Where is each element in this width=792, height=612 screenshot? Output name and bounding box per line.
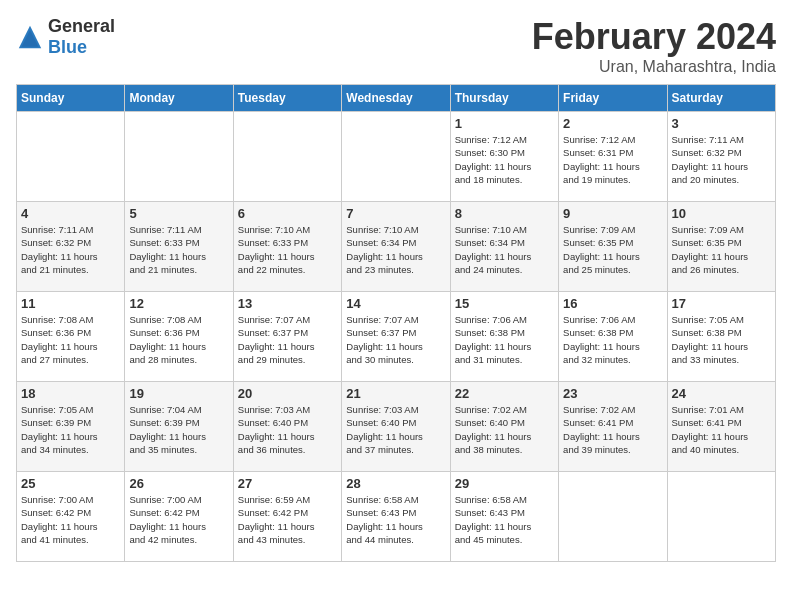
calendar-cell: 14Sunrise: 7:07 AMSunset: 6:37 PMDayligh… — [342, 292, 450, 382]
day-number: 2 — [563, 116, 662, 131]
day-info: Sunrise: 7:07 AMSunset: 6:37 PMDaylight:… — [346, 313, 445, 366]
logo-text: General Blue — [48, 16, 115, 58]
location-title: Uran, Maharashtra, India — [532, 58, 776, 76]
calendar-table: SundayMondayTuesdayWednesdayThursdayFrid… — [16, 84, 776, 562]
calendar-cell: 2Sunrise: 7:12 AMSunset: 6:31 PMDaylight… — [559, 112, 667, 202]
calendar-cell: 28Sunrise: 6:58 AMSunset: 6:43 PMDayligh… — [342, 472, 450, 562]
day-number: 19 — [129, 386, 228, 401]
calendar-cell: 18Sunrise: 7:05 AMSunset: 6:39 PMDayligh… — [17, 382, 125, 472]
calendar-cell: 19Sunrise: 7:04 AMSunset: 6:39 PMDayligh… — [125, 382, 233, 472]
day-number: 3 — [672, 116, 771, 131]
day-info: Sunrise: 7:11 AMSunset: 6:32 PMDaylight:… — [672, 133, 771, 186]
day-number: 16 — [563, 296, 662, 311]
calendar-cell — [233, 112, 341, 202]
calendar-cell — [17, 112, 125, 202]
calendar-cell: 23Sunrise: 7:02 AMSunset: 6:41 PMDayligh… — [559, 382, 667, 472]
logo-icon — [16, 23, 44, 51]
logo: General Blue — [16, 16, 115, 58]
calendar-cell: 20Sunrise: 7:03 AMSunset: 6:40 PMDayligh… — [233, 382, 341, 472]
day-number: 17 — [672, 296, 771, 311]
calendar-cell — [667, 472, 775, 562]
day-number: 20 — [238, 386, 337, 401]
day-number: 22 — [455, 386, 554, 401]
day-info: Sunrise: 7:00 AMSunset: 6:42 PMDaylight:… — [21, 493, 120, 546]
day-number: 27 — [238, 476, 337, 491]
day-info: Sunrise: 7:06 AMSunset: 6:38 PMDaylight:… — [455, 313, 554, 366]
calendar-cell: 7Sunrise: 7:10 AMSunset: 6:34 PMDaylight… — [342, 202, 450, 292]
day-number: 8 — [455, 206, 554, 221]
day-number: 21 — [346, 386, 445, 401]
weekday-header-thursday: Thursday — [450, 85, 558, 112]
day-info: Sunrise: 7:12 AMSunset: 6:30 PMDaylight:… — [455, 133, 554, 186]
calendar-cell: 24Sunrise: 7:01 AMSunset: 6:41 PMDayligh… — [667, 382, 775, 472]
calendar-cell — [559, 472, 667, 562]
day-number: 26 — [129, 476, 228, 491]
day-info: Sunrise: 7:05 AMSunset: 6:39 PMDaylight:… — [21, 403, 120, 456]
day-info: Sunrise: 7:03 AMSunset: 6:40 PMDaylight:… — [346, 403, 445, 456]
day-info: Sunrise: 7:05 AMSunset: 6:38 PMDaylight:… — [672, 313, 771, 366]
calendar-cell: 29Sunrise: 6:58 AMSunset: 6:43 PMDayligh… — [450, 472, 558, 562]
day-number: 12 — [129, 296, 228, 311]
calendar-cell: 17Sunrise: 7:05 AMSunset: 6:38 PMDayligh… — [667, 292, 775, 382]
calendar-week-4: 25Sunrise: 7:00 AMSunset: 6:42 PMDayligh… — [17, 472, 776, 562]
day-info: Sunrise: 7:02 AMSunset: 6:40 PMDaylight:… — [455, 403, 554, 456]
calendar-week-0: 1Sunrise: 7:12 AMSunset: 6:30 PMDaylight… — [17, 112, 776, 202]
day-number: 15 — [455, 296, 554, 311]
calendar-cell: 21Sunrise: 7:03 AMSunset: 6:40 PMDayligh… — [342, 382, 450, 472]
calendar-cell: 1Sunrise: 7:12 AMSunset: 6:30 PMDaylight… — [450, 112, 558, 202]
day-info: Sunrise: 7:02 AMSunset: 6:41 PMDaylight:… — [563, 403, 662, 456]
logo-general: General — [48, 16, 115, 36]
day-info: Sunrise: 7:06 AMSunset: 6:38 PMDaylight:… — [563, 313, 662, 366]
month-title: February 2024 — [532, 16, 776, 58]
calendar-cell: 4Sunrise: 7:11 AMSunset: 6:32 PMDaylight… — [17, 202, 125, 292]
calendar-cell: 25Sunrise: 7:00 AMSunset: 6:42 PMDayligh… — [17, 472, 125, 562]
calendar-cell: 12Sunrise: 7:08 AMSunset: 6:36 PMDayligh… — [125, 292, 233, 382]
weekday-header-sunday: Sunday — [17, 85, 125, 112]
calendar-cell: 8Sunrise: 7:10 AMSunset: 6:34 PMDaylight… — [450, 202, 558, 292]
day-number: 14 — [346, 296, 445, 311]
weekday-header-friday: Friday — [559, 85, 667, 112]
day-info: Sunrise: 7:08 AMSunset: 6:36 PMDaylight:… — [129, 313, 228, 366]
calendar-cell: 10Sunrise: 7:09 AMSunset: 6:35 PMDayligh… — [667, 202, 775, 292]
day-number: 10 — [672, 206, 771, 221]
day-number: 7 — [346, 206, 445, 221]
day-number: 6 — [238, 206, 337, 221]
day-number: 18 — [21, 386, 120, 401]
calendar-week-3: 18Sunrise: 7:05 AMSunset: 6:39 PMDayligh… — [17, 382, 776, 472]
calendar-cell: 3Sunrise: 7:11 AMSunset: 6:32 PMDaylight… — [667, 112, 775, 202]
day-number: 1 — [455, 116, 554, 131]
day-number: 11 — [21, 296, 120, 311]
calendar-cell: 22Sunrise: 7:02 AMSunset: 6:40 PMDayligh… — [450, 382, 558, 472]
calendar-cell: 26Sunrise: 7:00 AMSunset: 6:42 PMDayligh… — [125, 472, 233, 562]
day-info: Sunrise: 6:59 AMSunset: 6:42 PMDaylight:… — [238, 493, 337, 546]
weekday-header-tuesday: Tuesday — [233, 85, 341, 112]
day-info: Sunrise: 7:10 AMSunset: 6:34 PMDaylight:… — [346, 223, 445, 276]
day-number: 25 — [21, 476, 120, 491]
logo-blue: Blue — [48, 37, 87, 57]
weekday-header-saturday: Saturday — [667, 85, 775, 112]
page-header: General Blue February 2024 Uran, Maharas… — [16, 16, 776, 76]
day-info: Sunrise: 7:03 AMSunset: 6:40 PMDaylight:… — [238, 403, 337, 456]
calendar-cell: 5Sunrise: 7:11 AMSunset: 6:33 PMDaylight… — [125, 202, 233, 292]
day-number: 5 — [129, 206, 228, 221]
day-info: Sunrise: 7:07 AMSunset: 6:37 PMDaylight:… — [238, 313, 337, 366]
calendar-cell: 11Sunrise: 7:08 AMSunset: 6:36 PMDayligh… — [17, 292, 125, 382]
title-area: February 2024 Uran, Maharashtra, India — [532, 16, 776, 76]
day-info: Sunrise: 6:58 AMSunset: 6:43 PMDaylight:… — [455, 493, 554, 546]
calendar-week-1: 4Sunrise: 7:11 AMSunset: 6:32 PMDaylight… — [17, 202, 776, 292]
day-info: Sunrise: 7:09 AMSunset: 6:35 PMDaylight:… — [672, 223, 771, 276]
day-info: Sunrise: 7:01 AMSunset: 6:41 PMDaylight:… — [672, 403, 771, 456]
calendar-cell: 16Sunrise: 7:06 AMSunset: 6:38 PMDayligh… — [559, 292, 667, 382]
day-info: Sunrise: 7:12 AMSunset: 6:31 PMDaylight:… — [563, 133, 662, 186]
day-number: 24 — [672, 386, 771, 401]
calendar-cell — [125, 112, 233, 202]
day-info: Sunrise: 7:11 AMSunset: 6:32 PMDaylight:… — [21, 223, 120, 276]
day-number: 4 — [21, 206, 120, 221]
calendar-cell — [342, 112, 450, 202]
day-number: 13 — [238, 296, 337, 311]
day-info: Sunrise: 7:08 AMSunset: 6:36 PMDaylight:… — [21, 313, 120, 366]
calendar-cell: 15Sunrise: 7:06 AMSunset: 6:38 PMDayligh… — [450, 292, 558, 382]
day-info: Sunrise: 7:00 AMSunset: 6:42 PMDaylight:… — [129, 493, 228, 546]
day-info: Sunrise: 7:10 AMSunset: 6:33 PMDaylight:… — [238, 223, 337, 276]
calendar-cell: 27Sunrise: 6:59 AMSunset: 6:42 PMDayligh… — [233, 472, 341, 562]
